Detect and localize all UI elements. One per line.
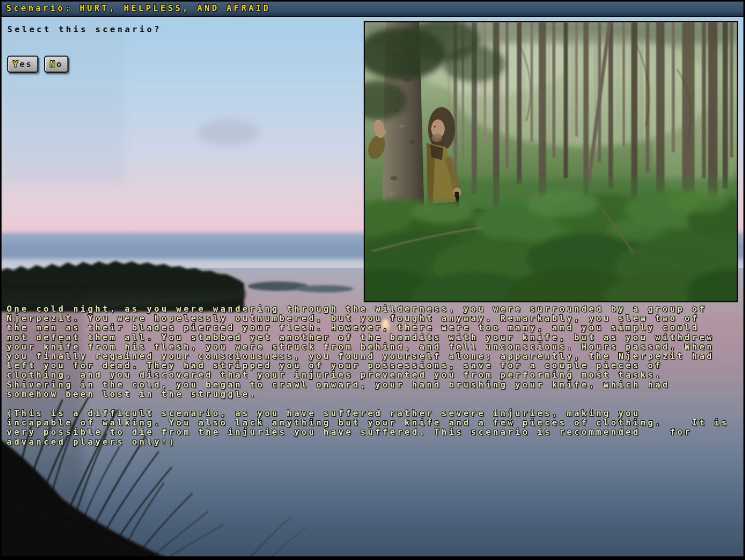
forest-man-illustration (365, 22, 737, 301)
no-label-rest: o (57, 59, 63, 69)
scenario-photo (364, 21, 738, 302)
no-button[interactable]: No (44, 56, 69, 73)
scenario-story-paragraph: One cold night, as you were wandering th… (7, 304, 729, 399)
yes-label-rest: es (20, 59, 33, 69)
prompt-question: Select this scenario? (7, 24, 162, 34)
title-bar: Scenario: HURT, HELPLESS, AND AFRAID (0, 0, 745, 17)
scenario-select-screen: Scenario: HURT, HELPLESS, AND AFRAID Sel… (0, 0, 745, 560)
scenario-description: One cold night, as you were wandering th… (7, 304, 729, 447)
no-hotkey: N (50, 59, 57, 69)
button-row: Yes No (7, 56, 69, 73)
yes-button[interactable]: Yes (7, 56, 38, 73)
yes-hotkey: Y (13, 59, 20, 69)
scenario-note-paragraph: (This is a difficult scenario, as you ha… (7, 409, 729, 447)
scenario-title: Scenario: HURT, HELPLESS, AND AFRAID (6, 0, 271, 16)
